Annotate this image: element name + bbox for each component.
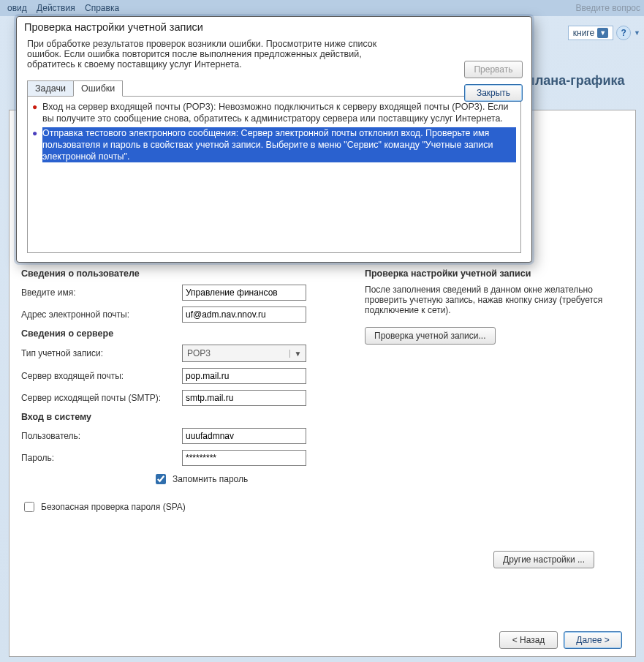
- label-acct-type: Тип учетной записи:: [21, 348, 182, 358]
- back-button[interactable]: < Назад: [499, 631, 558, 649]
- chevron-down-icon: ▼: [597, 28, 608, 38]
- label-email: Адрес электронной почты:: [21, 309, 182, 320]
- menu-item[interactable]: Справка: [85, 3, 119, 13]
- tab-tasks[interactable]: Задачи: [27, 80, 74, 97]
- name-input[interactable]: [182, 285, 306, 301]
- error-text: Отправка тестового электронного сообщени…: [42, 127, 516, 162]
- section-check: Проверка настройки учетной записи: [365, 268, 621, 279]
- label-name: Введите имя:: [21, 287, 182, 298]
- label-password: Пароль:: [21, 453, 182, 463]
- check-account-button[interactable]: Проверка учетной записи...: [365, 327, 496, 345]
- popup-tabs: Задачи Ошибки: [27, 80, 531, 97]
- tab-errors[interactable]: Ошибки: [73, 80, 123, 97]
- next-button[interactable]: Далее >: [564, 631, 622, 649]
- password-input[interactable]: [182, 450, 306, 466]
- section-user-info: Сведения о пользователе: [21, 268, 336, 279]
- chevron-down-icon: ▼: [289, 350, 306, 358]
- menu-item[interactable]: овид: [7, 3, 27, 13]
- error-list: ● Вход на сервер входящей почты (POP3): …: [27, 96, 521, 253]
- dropdown-value: POP3: [183, 348, 289, 358]
- section-login: Вход в систему: [21, 412, 336, 422]
- error-bullet-icon: ●: [32, 127, 42, 162]
- label-outgoing: Сервер исходящей почты (SMTP):: [21, 393, 182, 403]
- chevron-down-icon[interactable]: ▼: [634, 29, 640, 37]
- check-description: После заполнения сведений в данном окне …: [365, 285, 621, 315]
- dropdown-label: книге: [573, 28, 594, 38]
- label-user: Пользователь:: [21, 431, 182, 441]
- other-settings-button[interactable]: Другие настройки ...: [493, 551, 594, 568]
- checkbox-label: Запомнить пароль: [173, 474, 248, 484]
- incoming-server-input[interactable]: [182, 368, 306, 384]
- toolbar: книге ▼ ? ▼: [568, 22, 640, 44]
- page-title: е плана-графика: [516, 73, 640, 89]
- remember-password-checkbox[interactable]: Запомнить пароль: [153, 472, 248, 486]
- label-incoming: Сервер входящей почты:: [21, 371, 182, 381]
- error-item[interactable]: ● Вход на сервер входящей почты (POP3): …: [28, 99, 520, 126]
- username-input[interactable]: [182, 428, 306, 444]
- search-box[interactable]: Введите вопрос: [576, 0, 641, 16]
- error-text: Вход на сервер входящей почты (POP3): Не…: [42, 101, 516, 124]
- menu-bar: овид Действия Справка: [0, 0, 644, 16]
- spa-checkbox[interactable]: Безопасная проверка пароля (SPA): [21, 500, 186, 514]
- section-server-info: Сведения о сервере: [21, 328, 336, 339]
- test-account-popup: Проверка настройки учетной записи При об…: [16, 16, 532, 263]
- outgoing-server-input[interactable]: [182, 390, 306, 406]
- address-book-dropdown[interactable]: книге ▼: [568, 26, 613, 40]
- menu-item[interactable]: Действия: [37, 3, 75, 13]
- checkbox-label: Безопасная проверка пароля (SPA): [41, 502, 186, 512]
- account-type-dropdown[interactable]: POP3 ▼: [182, 345, 306, 362]
- popup-title: Проверка настройки учетной записи: [17, 17, 531, 37]
- checkbox-icon[interactable]: [24, 502, 34, 512]
- stop-button: Прервать: [464, 61, 523, 78]
- checkbox-icon[interactable]: [156, 474, 166, 484]
- error-item-selected[interactable]: ● Отправка тестового электронного сообще…: [28, 126, 520, 164]
- error-bullet-icon: ●: [32, 101, 42, 124]
- popup-message: При обработке результатов проверок возни…: [17, 37, 397, 74]
- help-icon[interactable]: ?: [616, 26, 631, 40]
- email-input[interactable]: [182, 306, 306, 323]
